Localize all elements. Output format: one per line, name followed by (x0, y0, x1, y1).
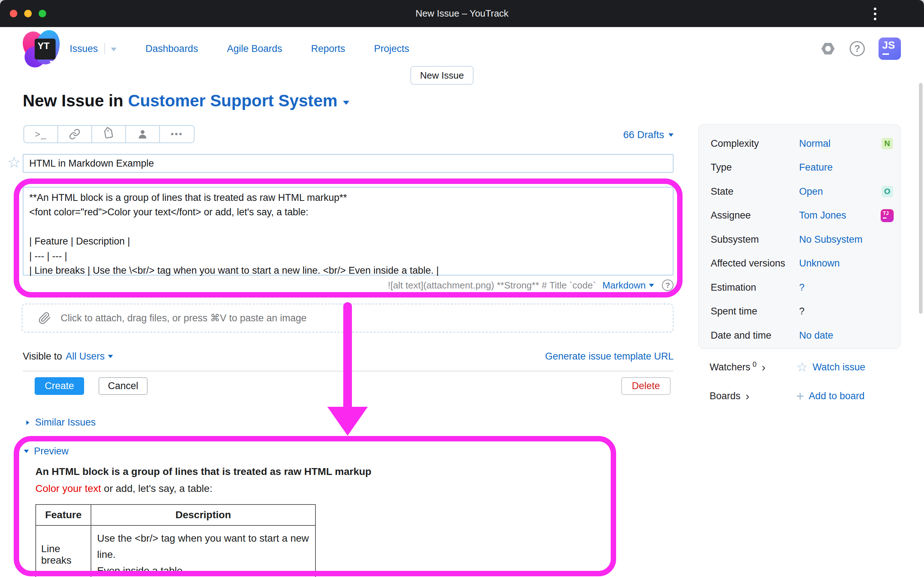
field-label: Assignee (711, 210, 799, 221)
field-row-type: Type Feature (699, 156, 900, 180)
settings-nut-icon[interactable] (820, 41, 836, 56)
field-label: Affected versions (711, 258, 799, 269)
visible-to-label: Visible to (23, 351, 62, 362)
field-label: Complexity (711, 138, 799, 149)
field-value: ? (799, 306, 804, 317)
chevron-right-icon (26, 420, 29, 425)
nav-item-reports[interactable]: Reports (311, 43, 346, 55)
table-cell-description: Use the <br/> tag when you want to start… (91, 525, 315, 577)
state-badge: O (881, 186, 893, 197)
similar-issues-label: Similar Issues (35, 417, 96, 428)
add-to-board-action[interactable]: + Add to board (796, 387, 864, 405)
youtrack-window: New Issue – YouTrack YT Issues Dashboard… (0, 0, 924, 577)
watchers-count: 0 (753, 360, 756, 369)
nav-item-dashboards[interactable]: Dashboards (145, 43, 198, 55)
delete-button[interactable]: Delete (621, 377, 670, 395)
attach-files-area[interactable]: Click to attach, drag files, or press ⌘V… (22, 304, 674, 332)
field-value[interactable]: Normal (799, 138, 830, 149)
description-line: | Line breaks | Use the \<br/> tag when … (29, 263, 667, 278)
chevron-down-icon (108, 355, 113, 358)
field-label: Estimation (711, 282, 799, 293)
field-value[interactable]: No Subsystem (799, 234, 863, 245)
help-icon[interactable]: ? (850, 41, 865, 56)
create-button[interactable]: Create (35, 377, 84, 395)
field-row-assignee: Assignee Tom Jones TJ (699, 204, 900, 228)
issue-fields-panel: Complexity Normal N Type Feature State O… (698, 124, 901, 349)
new-issue-button[interactable]: New Issue (410, 66, 473, 85)
complexity-badge: N (881, 138, 893, 149)
youtrack-logo[interactable]: YT (23, 30, 60, 68)
watch-issue-action[interactable]: ☆ Watch issue (796, 358, 865, 377)
nav-item-projects[interactable]: Projects (374, 43, 409, 55)
field-value[interactable]: Open (799, 186, 823, 197)
chevron-down-icon (649, 284, 654, 287)
field-label: Type (711, 162, 799, 173)
description-input[interactable]: **An HTML block is a group of lines that… (23, 187, 674, 276)
divider (23, 371, 674, 371)
chevron-right-icon: › (762, 361, 766, 373)
syntax-hint-text: ![alt text](attachment.png) **Strong** #… (388, 280, 596, 291)
field-row-spent-time: Spent time ? (699, 300, 900, 324)
add-to-board-label: Add to board (809, 390, 865, 402)
field-value[interactable]: ? (799, 282, 804, 293)
chevron-down-icon[interactable] (111, 48, 116, 51)
table-cell-feature: Line breaks (36, 525, 91, 577)
similar-issues-toggle[interactable]: Similar Issues (26, 417, 96, 428)
boards-row-left[interactable]: Boards › (709, 387, 749, 405)
field-label: Date and time (711, 330, 799, 341)
window-title: New Issue – YouTrack (0, 0, 924, 27)
chevron-down-icon[interactable] (343, 101, 349, 105)
paperclip-icon (38, 311, 51, 324)
field-value[interactable]: Feature (799, 162, 833, 173)
scrollbar-thumb[interactable] (919, 83, 922, 314)
primary-nav: Issues Dashboards Agile Boards Reports P… (69, 27, 409, 70)
nav-item-agile-boards[interactable]: Agile Boards (227, 43, 282, 55)
description-line: **An HTML block is a group of lines that… (29, 190, 667, 205)
generate-template-link[interactable]: Generate issue template URL (545, 351, 674, 362)
boards-label: Boards (709, 390, 741, 402)
table-row: Line breaks Use the <br/> tag when you w… (36, 525, 315, 577)
field-value[interactable]: Tom Jones (799, 210, 846, 221)
field-value[interactable]: No date (799, 330, 834, 341)
table-header-description: Description (91, 504, 315, 525)
watchers-row-left[interactable]: Watchers 0 › (709, 358, 766, 377)
nav-divider (104, 43, 105, 55)
plus-icon: + (796, 390, 804, 403)
markdown-help-icon[interactable]: ? (662, 279, 674, 291)
visibility-row: Visible to All Users Generate issue temp… (23, 348, 674, 364)
star-issue-icon[interactable]: ☆ (7, 155, 21, 170)
window-titlebar: New Issue – YouTrack (0, 0, 924, 27)
preview-label: Preview (34, 446, 69, 457)
field-label: Spent time (711, 306, 799, 317)
markdown-mode-dropdown[interactable]: Markdown (603, 280, 654, 291)
field-label: State (711, 186, 799, 197)
preview-table: Feature Description Line breaks Use the … (36, 504, 316, 577)
chevron-down-icon (24, 450, 29, 453)
project-selector[interactable]: Customer Support System (128, 91, 338, 110)
nav-item-label: Issues (69, 43, 98, 55)
annotation-arrow-head (327, 407, 368, 436)
logo-monogram: YT (35, 39, 56, 60)
chevron-down-icon (669, 134, 674, 137)
nav-item-issues[interactable]: Issues (69, 43, 116, 55)
field-row-subsystem: Subsystem No Subsystem (699, 227, 900, 252)
cancel-button[interactable]: Cancel (99, 377, 148, 395)
preview-bold-text: An HTML block is a group of lines that i… (36, 466, 372, 477)
description-line: | --- | --- | (29, 249, 667, 263)
assignee-avatar[interactable]: TJ (881, 209, 894, 222)
field-row-date-and-time: Date and time No date (699, 324, 900, 348)
page-title: New Issue in Customer Support System (23, 91, 349, 110)
summary-input[interactable] (23, 154, 674, 173)
top-navbar: YT Issues Dashboards Agile Boards Report… (0, 27, 924, 70)
preview-toggle[interactable]: Preview (24, 446, 69, 457)
preview-rest-text: or add, let's say, a table: (101, 483, 212, 494)
user-avatar[interactable]: JS (879, 37, 901, 60)
chevron-right-icon: › (746, 390, 750, 402)
field-value[interactable]: Unknown (799, 258, 840, 269)
kebab-menu-icon[interactable] (872, 6, 878, 22)
drafts-dropdown[interactable]: 66 Drafts (23, 129, 674, 141)
field-label: Subsystem (711, 234, 799, 245)
page-title-prefix: New Issue in (23, 91, 123, 110)
visible-to-dropdown[interactable]: All Users (66, 351, 113, 362)
table-header-feature: Feature (36, 504, 91, 525)
